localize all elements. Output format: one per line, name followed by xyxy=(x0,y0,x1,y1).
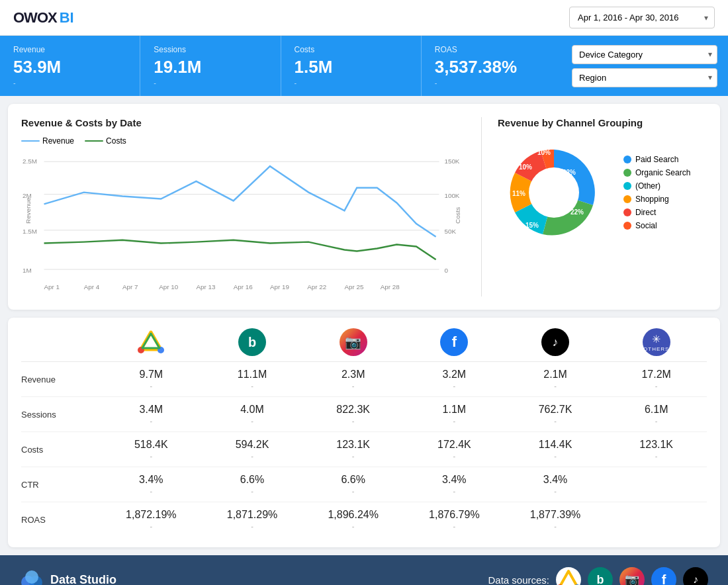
donut-legend-label: Paid Search xyxy=(635,155,678,164)
logo-bi: BI xyxy=(60,9,74,26)
donut-legend-item: Social xyxy=(623,221,690,230)
google-ads-icon xyxy=(137,328,165,356)
svg-text:32%: 32% xyxy=(563,169,576,176)
kpi-value-0: 53.9M xyxy=(13,57,126,77)
metric-cell-2-4: 114.4K - xyxy=(505,439,606,460)
metric-sub-1-2: - xyxy=(352,417,355,425)
footer-tiktok-icon: ♪ xyxy=(683,567,708,585)
device-category-filter-wrap[interactable]: Device Category xyxy=(572,45,717,64)
region-filter-wrap[interactable]: Region xyxy=(572,68,717,87)
metric-value-3-3: 3.4% xyxy=(442,474,466,486)
metric-sub-3-3: - xyxy=(453,487,456,495)
metric-sub-1-0: - xyxy=(150,417,153,425)
metric-cell-1-3: 1.1M - xyxy=(404,404,505,425)
metric-value-2-4: 114.4K xyxy=(539,439,572,451)
line-chart-legend: Revenue Costs xyxy=(21,136,465,146)
line-chart-panel: Revenue & Costs by Date Revenue Costs 2.… xyxy=(21,117,482,296)
metric-value-0-3: 3.2M xyxy=(443,369,467,381)
instagram-icon-cell: 📷 xyxy=(302,328,404,356)
facebook-platform-icon: f xyxy=(440,328,468,356)
metric-cell-4-3: 1,876.79% - xyxy=(404,509,505,530)
metric-sub-4-3: - xyxy=(453,522,456,530)
footer-sources: Data sources: b 📷 f ♪ xyxy=(488,567,708,585)
svg-text:100K: 100K xyxy=(444,192,459,199)
metric-value-1-3: 1.1M xyxy=(443,404,467,416)
footer-facebook-icon: f xyxy=(651,567,676,585)
metric-cell-3-3: 3.4% - xyxy=(404,474,505,495)
kpi-filters: Device Category Region xyxy=(561,36,728,96)
svg-text:Apr 13: Apr 13 xyxy=(196,283,216,291)
svg-text:Apr 7: Apr 7 xyxy=(122,283,138,291)
metric-value-0-4: 2.1M xyxy=(543,369,567,381)
footer-bing-icon: b xyxy=(588,567,613,585)
metric-sub-1-3: - xyxy=(453,417,456,425)
metric-sub-2-3: - xyxy=(453,452,456,460)
revenue-line xyxy=(44,166,436,237)
donut-legend-label: (Other) xyxy=(635,181,660,191)
metric-value-2-1: 594.2K xyxy=(236,439,269,451)
donut-legend-label: Direct xyxy=(635,208,656,217)
legend-costs: Costs xyxy=(85,136,126,146)
svg-text:15%: 15% xyxy=(525,222,539,229)
metric-sub-0-0: - xyxy=(150,382,153,390)
region-select[interactable]: Region xyxy=(572,68,717,87)
device-category-select[interactable]: Device Category xyxy=(572,45,717,64)
kpi-item-0: Revenue 53.9M - xyxy=(0,36,140,96)
svg-text:1M: 1M xyxy=(23,267,32,274)
donut-legend-dot xyxy=(623,156,631,163)
metric-value-2-5: 123.1K xyxy=(639,439,673,451)
date-range-input[interactable] xyxy=(569,7,715,28)
metric-cell-3-5 xyxy=(606,484,707,485)
others-platform-icon: ✳ OTHERS xyxy=(643,328,670,356)
metric-sub-2-5: - xyxy=(655,452,658,460)
metric-value-2-0: 518.4K xyxy=(134,439,168,451)
logo: OWOXBI xyxy=(13,9,74,26)
metric-sub-0-2: - xyxy=(352,382,355,390)
facebook-icon-cell: f xyxy=(404,328,505,356)
metric-cell-0-1: 11.1M - xyxy=(202,369,303,390)
metric-cell-3-4: 3.4% - xyxy=(505,474,606,495)
date-range-wrapper[interactable] xyxy=(569,7,715,28)
kpi-item-2: Costs 1.5M - xyxy=(281,36,422,96)
metric-value-0-0: 9.7M xyxy=(140,369,163,381)
metric-cell-0-2: 2.3M - xyxy=(302,369,404,390)
metric-sub-3-1: - xyxy=(251,487,253,495)
donut-legend-dot xyxy=(623,182,631,190)
svg-text:Costs: Costs xyxy=(454,207,461,224)
metric-value-2-3: 172.4K xyxy=(437,439,471,451)
data-table-section: b 📷 f ♪ ✳ OTHERS Reven xyxy=(8,318,720,547)
metric-cell-3-2: 6.6% - xyxy=(302,474,404,495)
svg-text:Revenue: Revenue xyxy=(24,197,32,224)
charts-section: Revenue & Costs by Date Revenue Costs 2.… xyxy=(8,104,720,310)
svg-text:Apr 19: Apr 19 xyxy=(270,283,290,291)
donut-legend-item: Organic Search xyxy=(623,168,690,177)
svg-text:Apr 1: Apr 1 xyxy=(44,283,60,291)
legend-revenue-label: Revenue xyxy=(42,136,74,146)
line-chart-title: Revenue & Costs by Date xyxy=(21,117,465,128)
metric-value-1-1: 4.0M xyxy=(240,404,264,416)
metric-sub-2-2: - xyxy=(352,452,355,460)
metric-cell-1-1: 4.0M - xyxy=(202,404,303,425)
google-ads-icon-cell xyxy=(101,328,202,356)
kpi-value-1: 19.1M xyxy=(154,57,267,77)
donut-chart-panel: Revenue by Channel Grouping 32% xyxy=(482,117,707,296)
metric-sub-0-3: - xyxy=(453,382,456,390)
footer-instagram-icon: 📷 xyxy=(619,567,645,585)
costs-line xyxy=(44,240,436,260)
donut-legend-item: Direct xyxy=(623,208,690,217)
metric-value-1-5: 6.1M xyxy=(645,404,668,416)
metric-cell-1-2: 822.3K - xyxy=(302,404,404,425)
svg-text:1.5M: 1.5M xyxy=(23,228,37,235)
svg-text:0: 0 xyxy=(444,267,448,274)
footer-google-ads-icon xyxy=(556,567,581,585)
metric-sub-0-1: - xyxy=(251,382,253,390)
metric-cell-3-1: 6.6% - xyxy=(202,474,303,495)
kpi-label-3: ROAS xyxy=(435,45,548,54)
metric-value-0-2: 2.3M xyxy=(341,369,365,381)
donut-svg: 32% 22% 15% 11% 10% 10% xyxy=(498,136,610,249)
footer-brand: Data Studio xyxy=(20,568,116,585)
svg-text:Apr 4: Apr 4 xyxy=(84,283,100,291)
metric-cell-2-5: 123.1K - xyxy=(606,439,707,460)
legend-revenue: Revenue xyxy=(21,136,74,146)
metric-value-4-4: 1,877.39% xyxy=(530,509,581,521)
